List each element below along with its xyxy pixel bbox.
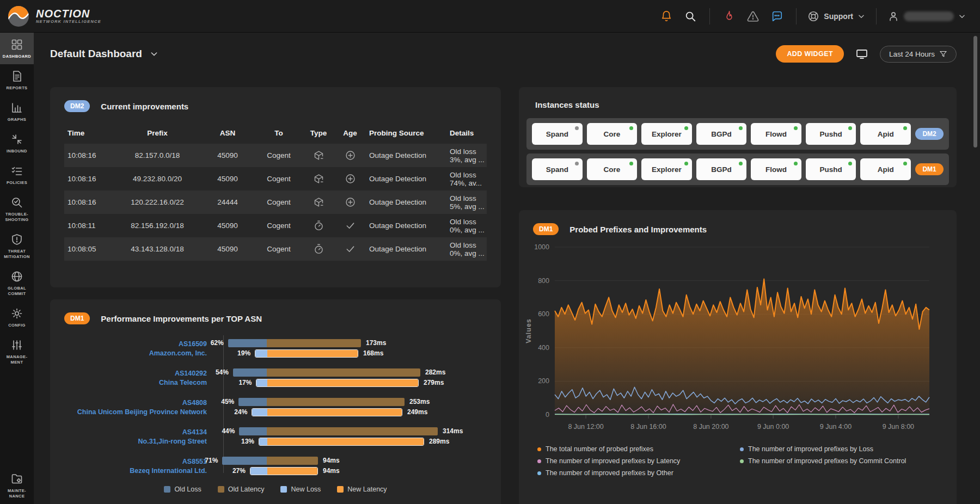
- instance-chip-apid[interactable]: Apid: [860, 123, 911, 145]
- instance-chip-pushd[interactable]: Pushd: [806, 158, 856, 180]
- cell-probing-source: Outage Detection: [366, 151, 446, 159]
- line-chart-legend: The total number of probed prefixesThe n…: [537, 443, 942, 479]
- sidebar-item-management[interactable]: MANAGE- MENT: [0, 333, 34, 370]
- svg-text:600: 600: [538, 310, 549, 318]
- new-latency-label: 168ms: [363, 349, 383, 358]
- asn-link-as140292[interactable]: AS140292China Telecom: [64, 369, 217, 388]
- legend-dot: [537, 459, 541, 463]
- instance-chip-apid[interactable]: Apid: [860, 158, 911, 180]
- old-bar[interactable]: [238, 398, 405, 406]
- instance-name: Flowd: [765, 130, 787, 138]
- user-name-redacted: [904, 11, 954, 21]
- brand-logo[interactable]: NOCTION NETWORK INTELLIGENCE: [0, 5, 101, 27]
- asn-bars: 44%314ms13%289ms: [217, 427, 487, 447]
- asn-link-as4134[interactable]: AS4134No.31,Jin-rong Street: [64, 428, 217, 446]
- old-loss-label: 45%: [212, 398, 234, 406]
- search-icon[interactable]: [682, 8, 699, 24]
- svg-text:Values: Values: [525, 318, 532, 343]
- fullscreen-monitor-icon[interactable]: [854, 46, 870, 62]
- instance-name: Explorer: [652, 130, 682, 138]
- time-range-filter[interactable]: Last 24 Hours: [880, 46, 957, 63]
- column-header: Age: [334, 129, 366, 137]
- asn-link-as4808[interactable]: AS4808China Unicom Beijing Province Netw…: [64, 398, 217, 417]
- instance-chip-pushd[interactable]: Pushd: [806, 123, 856, 145]
- sidebar-item-dashboard[interactable]: DASHBOARD: [0, 33, 34, 64]
- instance-chip-explorer[interactable]: Explorer: [641, 123, 692, 145]
- instance-chip-spand[interactable]: Spand: [532, 158, 583, 180]
- old-bar[interactable]: [233, 368, 420, 377]
- new-bar[interactable]: [259, 438, 424, 446]
- cell-prefix: 82.157.0.0/18: [114, 151, 200, 159]
- old-bar[interactable]: [222, 457, 318, 465]
- notifications-bell-icon[interactable]: [658, 8, 675, 24]
- instance-chip-flowd[interactable]: Flowd: [751, 123, 801, 145]
- instance-name: Spand: [546, 165, 568, 174]
- sidebar-item-policies[interactable]: POLICIES: [0, 159, 34, 190]
- widget-title: Instances status: [535, 100, 599, 109]
- table-row[interactable]: 10:08:1182.156.192.0/1845090CogentOutage…: [64, 214, 487, 237]
- instances-row-dm1: SpandCoreExplorerBGPdFlowdPushdApidDM1: [526, 153, 949, 185]
- sidebar-item-threat[interactable]: THREAT MITIGATION: [0, 228, 34, 265]
- status-dot-up: [848, 126, 852, 130]
- flame-alerts-icon[interactable]: [721, 8, 737, 24]
- new-latency-segment: [267, 379, 418, 386]
- status-dot-up: [684, 126, 688, 130]
- package-reroute-icon: [313, 150, 324, 161]
- instance-chip-spand[interactable]: Spand: [532, 123, 583, 145]
- asn-name: Amazon.com, Inc.: [64, 349, 207, 358]
- instance-name: Spand: [546, 130, 568, 138]
- table-row[interactable]: 10:08:1682.157.0.0/1845090CogentOutage D…: [64, 144, 487, 167]
- top-bar: NOCTION NETWORK INTELLIGENCE: [0, 0, 980, 33]
- sidebar-item-reports[interactable]: REPORTS: [0, 64, 34, 96]
- cell-type: [303, 243, 334, 255]
- table-row[interactable]: 10:08:1649.232.80.0/2045090CogentOutage …: [64, 167, 487, 190]
- cell-asn: 24444: [200, 198, 255, 206]
- sidebar-item-troubleshooting[interactable]: TROUBLE- SHOOTING: [0, 190, 34, 228]
- new-bar[interactable]: [250, 467, 318, 475]
- dm1-badge: DM1: [915, 163, 944, 175]
- troubleshooting-icon: [10, 196, 23, 209]
- user-account-menu[interactable]: [887, 10, 966, 22]
- instance-chip-core[interactable]: Core: [587, 123, 638, 145]
- add-widget-button[interactable]: ADD WIDGET: [776, 45, 844, 63]
- old-bar[interactable]: [239, 427, 438, 435]
- noction-logo-icon: [8, 5, 29, 27]
- asn-group-as16509: AS16509Amazon.com, Inc.62%173ms19%168ms: [64, 339, 487, 359]
- legend-swatch: [218, 486, 224, 493]
- svg-text:800: 800: [538, 277, 549, 285]
- alert-triangle-icon[interactable]: [745, 8, 761, 24]
- topbar-divider: [876, 8, 877, 24]
- sidebar-item-graphs[interactable]: GRAPHS: [0, 96, 34, 127]
- cell-time: 10:08:16: [64, 151, 114, 159]
- asn-link-as8551[interactable]: AS8551Bezeq International Ltd.: [64, 457, 217, 476]
- asn-number: AS4808: [64, 398, 207, 408]
- support-menu[interactable]: Support: [807, 10, 865, 22]
- asn-group-as4808: AS4808China Unicom Beijing Province Netw…: [64, 397, 487, 417]
- sidebar-item-inbound[interactable]: INBOUND: [0, 127, 34, 159]
- new-bar[interactable]: [255, 349, 358, 358]
- dashboard-selector[interactable]: Default Dashboard: [50, 48, 158, 60]
- instance-chip-explorer[interactable]: Explorer: [641, 158, 692, 180]
- sidebar-item-global-commit[interactable]: GLOBAL COMMIT: [0, 265, 34, 302]
- sidebar-item-config[interactable]: CONFIG: [0, 302, 34, 333]
- asn-bars: 54%282ms17%279ms: [217, 368, 487, 388]
- old-bar[interactable]: [228, 339, 361, 347]
- new-bar[interactable]: [256, 379, 419, 387]
- sidebar-item-label: GRAPHS: [8, 117, 27, 122]
- sidebar-item-maintenance[interactable]: MAINTE- NANCE: [0, 467, 34, 504]
- table-row[interactable]: 10:08:16120.222.16.0/2224444CogentOutage…: [64, 190, 487, 214]
- old-latency-segment: [267, 339, 361, 347]
- instance-chip-bgpd[interactable]: BGPd: [696, 123, 747, 145]
- table-row[interactable]: 10:08:0543.143.128.0/1845090CogentOutage…: [64, 237, 487, 261]
- instance-chip-bgpd[interactable]: BGPd: [696, 158, 747, 180]
- instance-chip-flowd[interactable]: Flowd: [751, 158, 801, 180]
- asn-link-as16509[interactable]: AS16509Amazon.com, Inc.: [64, 340, 217, 358]
- new-loss-segment: [255, 350, 267, 357]
- vertical-scrollbar[interactable]: [973, 36, 977, 147]
- chat-feedback-icon[interactable]: [769, 8, 785, 24]
- instance-name: BGPd: [711, 165, 732, 174]
- asn-number: AS8551: [64, 457, 207, 466]
- new-bar[interactable]: [252, 408, 402, 416]
- instance-chip-core[interactable]: Core: [587, 158, 638, 180]
- instances-status-widget: Instances status SpandCoreExplorerBGPdFl…: [519, 87, 957, 187]
